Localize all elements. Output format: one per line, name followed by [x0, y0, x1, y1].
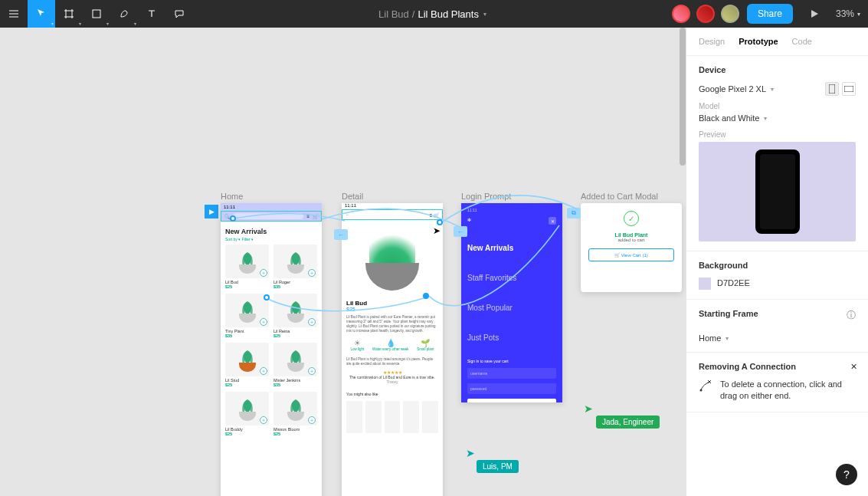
- avatar[interactable]: [696, 5, 715, 23]
- pen-tool[interactable]: ▾: [110, 0, 138, 28]
- preview-label: Preview: [699, 130, 856, 139]
- zoom-control[interactable]: 33% ▾: [828, 8, 868, 19]
- landscape-icon[interactable]: [842, 82, 856, 96]
- frame-label[interactable]: Added to Cart Modal: [581, 192, 658, 201]
- password-field: password: [467, 383, 556, 394]
- product-card: +Lil Stud$25: [225, 343, 269, 387]
- prototype-start-badge[interactable]: ▶: [205, 205, 218, 218]
- chevron-down-icon: ▾: [483, 11, 486, 18]
- product-card: +Tiny Plant$35: [225, 294, 269, 338]
- file-title[interactable]: Lil Bud / Lil Bud Plants ▾: [193, 8, 672, 20]
- project-name: Lil Bud: [378, 8, 409, 20]
- add-icon: +: [260, 367, 267, 375]
- cursor-label: Jada, Engineer: [596, 416, 660, 429]
- tab-design[interactable]: Design: [699, 37, 725, 46]
- shape-tool[interactable]: ▾: [83, 0, 110, 28]
- section-heading: Background: [699, 261, 856, 270]
- connection-node[interactable]: [230, 215, 236, 222]
- signin-label: Sign in to save your cart: [467, 359, 556, 363]
- share-button[interactable]: Share: [747, 4, 793, 24]
- avatar[interactable]: [721, 5, 739, 23]
- product-card: +Lil Buddy$25: [225, 392, 269, 436]
- frame-label[interactable]: Home: [221, 192, 243, 201]
- background-color[interactable]: D7D2EE: [699, 278, 856, 290]
- frame-label[interactable]: Detail: [342, 192, 363, 201]
- comment-tool[interactable]: [165, 0, 193, 28]
- product-description: Lil Bud Plant is paired with our Eore Pl…: [342, 315, 443, 333]
- product-card: +Missus Bloom$25: [274, 392, 317, 436]
- tab-code[interactable]: Code: [792, 37, 812, 46]
- svg-point-3: [700, 389, 703, 392]
- also-like-row: [342, 401, 443, 433]
- text-tool[interactable]: [138, 0, 165, 28]
- chevron-down-icon: ▾: [764, 115, 767, 122]
- overlay-action-chip[interactable]: ⧉: [567, 208, 581, 218]
- plant-icon: 🌱: [417, 339, 434, 347]
- product-image: +: [274, 294, 317, 327]
- cart-title: Lil Bud Plant: [588, 232, 674, 238]
- tab-prototype[interactable]: Prototype: [739, 37, 778, 46]
- model-select[interactable]: Black and White▾: [699, 113, 856, 123]
- status-bar: 11:11: [221, 203, 322, 211]
- connection-node[interactable]: [264, 294, 270, 301]
- chevron-down-icon: ▾: [857, 11, 860, 18]
- product-price: $35: [225, 333, 269, 338]
- username-field: username: [467, 368, 556, 379]
- frame-home[interactable]: 11:11 🔍 ≡ 🛒 New Arrivals Sort by ▾ Filte…: [221, 203, 322, 496]
- orientation-toggle[interactable]: [825, 82, 856, 96]
- tip-body: To delete a connection, click and drag o…: [720, 379, 856, 402]
- portrait-icon[interactable]: [825, 82, 839, 96]
- close-icon[interactable]: ✕: [850, 362, 857, 372]
- cart-icon: 🛒: [434, 213, 439, 218]
- chevron-down-icon: ▾: [771, 86, 774, 93]
- avatar[interactable]: [672, 5, 690, 23]
- sparkle-icon: ✻: [467, 217, 556, 222]
- menu-icon: ≡: [306, 214, 310, 218]
- nav-bar: 🔍 ≡ 🛒: [221, 211, 322, 222]
- product-price: $25: [225, 383, 269, 387]
- info-icon[interactable]: ⓘ: [847, 309, 856, 322]
- frame-cart-modal[interactable]: ✓ Lil Bud Plant added to cart 🛒 View Car…: [581, 203, 682, 292]
- water-icon: 💧: [372, 339, 408, 347]
- canvas[interactable]: ▶ Home Detail Login Prompt Added to Cart…: [0, 28, 686, 496]
- add-icon: +: [260, 269, 267, 277]
- add-icon: +: [308, 416, 316, 424]
- add-icon: +: [260, 416, 267, 424]
- svg-rect-0: [93, 10, 100, 18]
- product-image: +: [274, 245, 317, 278]
- product-price: $25: [225, 284, 269, 289]
- connection-node[interactable]: [423, 293, 429, 299]
- move-tool[interactable]: ▾: [28, 0, 55, 28]
- chevron-down-icon: ▾: [726, 335, 729, 342]
- device-select[interactable]: Google Pixel 2 XL▾: [699, 84, 774, 94]
- frame-login[interactable]: 11:11 ✻ ✕ New Arrivals Staff Favorites M…: [461, 203, 562, 402]
- menu-button[interactable]: [0, 0, 28, 28]
- color-swatch[interactable]: [699, 278, 711, 290]
- product-image: +: [225, 392, 269, 425]
- menu-icon: ≡: [430, 213, 433, 218]
- frame-label[interactable]: Login Prompt: [461, 192, 511, 201]
- tip-heading: Removing A Connection: [699, 362, 856, 371]
- file-name: Lil Bud Plants: [418, 8, 479, 20]
- status-bar: 11:11: [342, 203, 443, 209]
- help-button[interactable]: ?: [836, 464, 857, 485]
- heading: New Arrivals: [221, 222, 322, 237]
- product-card: +Lil Reina$25: [274, 294, 317, 338]
- device-preview: [699, 142, 856, 241]
- product-image: +: [274, 392, 317, 425]
- starting-frame-select[interactable]: Home▾: [699, 333, 856, 343]
- connection-node[interactable]: [437, 219, 443, 225]
- back-action-chip[interactable]: ←: [334, 229, 348, 240]
- model-label: Model: [699, 102, 856, 110]
- section-heading: Starting Frame: [699, 309, 758, 318]
- frame-detail[interactable]: 11:11 ← ≡ 🛒 Lil Bud $25 Lil Bud Plant is…: [342, 203, 443, 496]
- tip-section: Removing A Connection ✕ To delete a conn…: [686, 353, 868, 412]
- present-button[interactable]: [801, 0, 828, 28]
- frame-tool[interactable]: ▾: [55, 0, 83, 28]
- product-price: $25: [274, 432, 317, 436]
- separator: /: [412, 8, 415, 20]
- review-lead: Lil Bud Plant is highlyyy rated amongst …: [342, 357, 443, 366]
- back-action-chip[interactable]: ←: [454, 226, 467, 237]
- sort-filter: Sort by ▾ Filter ▾: [221, 237, 322, 245]
- nav-item: Most Popular: [467, 304, 556, 312]
